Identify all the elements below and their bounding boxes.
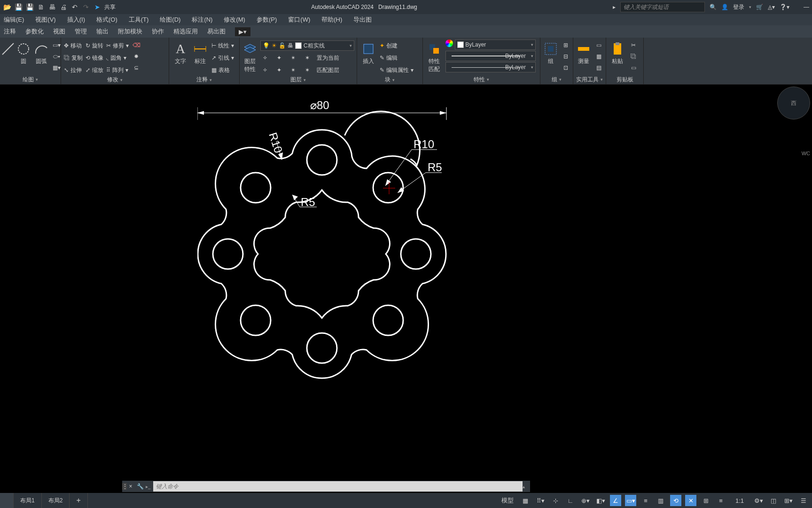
hatch-icon[interactable]: ▦▾	[52, 63, 61, 72]
matchprop-button[interactable]: 特性 匹配	[426, 40, 443, 75]
status-trans-icon[interactable]: ▥	[655, 495, 666, 506]
tab-model-left[interactable]	[0, 493, 14, 508]
editattr-button[interactable]: ✎编辑属性▾	[380, 65, 414, 75]
save-icon[interactable]: 💾	[14, 3, 23, 11]
tab-easy[interactable]: 易出图	[207, 27, 226, 36]
tab-annot[interactable]: 注释	[4, 27, 16, 36]
viewcube[interactable]: 西	[777, 87, 810, 119]
status-polar-icon[interactable]: ⊕▾	[580, 495, 591, 506]
expand-icon[interactable]: ▸	[613, 4, 616, 10]
copy-icon[interactable]: ⿻	[629, 52, 638, 61]
status-3dosnap-icon[interactable]: ✕	[685, 495, 696, 506]
rect-icon[interactable]: ▭▾	[52, 40, 61, 50]
util-ico2[interactable]: ▦	[594, 52, 603, 61]
erase-icon[interactable]: ⌫	[132, 40, 141, 50]
panel-draw-title[interactable]: 绘图	[3, 75, 58, 84]
cmd-close-icon[interactable]: ×	[127, 483, 134, 490]
status-menu-icon[interactable]: ☰	[798, 495, 809, 506]
tab-collab[interactable]: 协作	[152, 27, 164, 36]
explode-icon[interactable]: ✸	[132, 52, 141, 61]
table-button[interactable]: ▦表格	[211, 65, 234, 75]
open-icon[interactable]: 📂	[3, 3, 11, 11]
group-ico3[interactable]: ⊡	[561, 63, 570, 72]
cut-icon[interactable]: ✂	[629, 40, 638, 50]
menu-param[interactable]: 参数(P)	[257, 16, 277, 24]
trim-button[interactable]: ✂修剪▾	[106, 40, 129, 51]
status-qp-icon[interactable]: ≡	[715, 495, 726, 506]
status-osnap-icon[interactable]: ∠	[610, 495, 621, 506]
undo-icon[interactable]: ↶	[70, 3, 79, 11]
group-ico2[interactable]: ⊟	[561, 52, 570, 61]
panel-props-title[interactable]: 特性	[426, 75, 537, 84]
group-ico1[interactable]: ⊞	[561, 40, 570, 50]
menu-tools[interactable]: 工具(T)	[129, 16, 149, 24]
array-button[interactable]: ⠿阵列▾	[106, 65, 129, 75]
cmd-expand-icon[interactable]: ▴	[523, 484, 530, 489]
status-gear-icon[interactable]: ⚙▾	[753, 495, 764, 506]
color-wheel-icon[interactable]	[445, 40, 453, 47]
util-ico3[interactable]: ▤	[594, 63, 603, 72]
layer-ico7[interactable]: ✴	[289, 65, 298, 75]
status-infer-icon[interactable]: ⊹	[550, 495, 561, 506]
tab-output[interactable]: 输出	[96, 27, 109, 36]
measure-button[interactable]: 测量	[576, 40, 591, 75]
panel-clip-title[interactable]: 剪贴板	[609, 75, 640, 84]
layer-ico8[interactable]: ✶	[303, 65, 312, 75]
layer-ico6[interactable]: ✦	[274, 65, 284, 75]
print-icon[interactable]: 🖨	[59, 3, 68, 11]
layer-ico1[interactable]: ✧	[260, 53, 270, 63]
status-scale-label[interactable]: 1:1	[730, 495, 749, 506]
layer-combo[interactable]: 💡☀🔓🖶 C粗实线 ▾	[260, 40, 354, 51]
rotate-button[interactable]: ↻旋转	[86, 40, 103, 51]
cart-icon[interactable]: 🛒	[756, 4, 763, 10]
cmd-grip[interactable]: ⋮	[122, 483, 127, 490]
saveas-icon[interactable]: 💾	[25, 3, 34, 11]
tab-featured[interactable]: 精选应用	[173, 27, 198, 36]
panel-group-title[interactable]: 组	[543, 75, 570, 84]
tab-video-icon[interactable]: ▶▾	[235, 27, 250, 36]
status-ortho-icon[interactable]: ∟	[565, 495, 576, 506]
move-button[interactable]: ✥移动	[64, 40, 83, 51]
status-lwt-icon[interactable]: ≡	[640, 495, 651, 506]
menu-window[interactable]: 窗口(W)	[288, 16, 310, 24]
lineweight-combo[interactable]: ByLayer	[445, 51, 536, 61]
line-button[interactable]	[3, 40, 13, 75]
menu-help[interactable]: 帮助(H)	[321, 16, 342, 24]
offset-icon[interactable]: ⊆	[132, 63, 141, 72]
menu-insert[interactable]: 插入(I)	[67, 16, 85, 24]
menu-edit[interactable]: 编辑(E)	[4, 16, 24, 24]
linear-button[interactable]: ⊢线性▾	[211, 40, 234, 51]
drawing-canvas[interactable]: 西 WC ⌀80 R10 R10 R5 R5	[0, 85, 812, 484]
layer-ico4[interactable]: ✶	[303, 53, 312, 63]
help-icon[interactable]: ❔▾	[780, 4, 789, 10]
panel-util-title[interactable]: 实用工具	[576, 75, 603, 84]
layer-ico3[interactable]: ✴	[289, 53, 298, 63]
menu-draw[interactable]: 绘图(D)	[160, 16, 180, 24]
command-input[interactable]	[153, 481, 523, 492]
status-iso-icon[interactable]: ◧▾	[595, 495, 606, 506]
menu-dim[interactable]: 标注(N)	[192, 16, 212, 24]
cmd-config-icon[interactable]: 🔧	[134, 483, 146, 490]
cmd-history-icon[interactable]: ▸_	[146, 484, 153, 489]
panel-annot-title[interactable]: 注释	[172, 75, 236, 84]
paste-button[interactable]: 粘贴	[609, 40, 626, 75]
text-button[interactable]: A 文字	[172, 40, 189, 75]
leader-button[interactable]: ↗引线▾	[211, 53, 234, 63]
dim-button[interactable]: 标注	[192, 40, 209, 75]
status-dyn-icon[interactable]: ⊞	[700, 495, 711, 506]
saveall-icon[interactable]: 🗎	[37, 3, 45, 11]
layer-ico5[interactable]: ✧	[260, 65, 270, 75]
status-cycl-icon[interactable]: ⟲	[670, 495, 681, 506]
copy-button[interactable]: ⿻复制	[64, 53, 83, 63]
user-dropdown-icon[interactable]: ▾	[749, 5, 751, 9]
search-input[interactable]: 键入关键字或短语	[620, 2, 705, 12]
group-button[interactable]: 组	[543, 40, 558, 75]
ellipse-icon[interactable]: ⬭▾	[52, 52, 61, 61]
user-icon[interactable]: 👤	[721, 4, 728, 10]
tab-addon[interactable]: 附加模块	[118, 27, 142, 36]
util-ico1[interactable]: ▭	[594, 40, 603, 50]
status-grid-icon[interactable]: ▦	[520, 495, 531, 506]
mirror-button[interactable]: ⟲镜像	[86, 53, 103, 63]
search-icon[interactable]: 🔍	[710, 4, 717, 10]
layer-props-button[interactable]: 图层 特性	[242, 40, 258, 75]
